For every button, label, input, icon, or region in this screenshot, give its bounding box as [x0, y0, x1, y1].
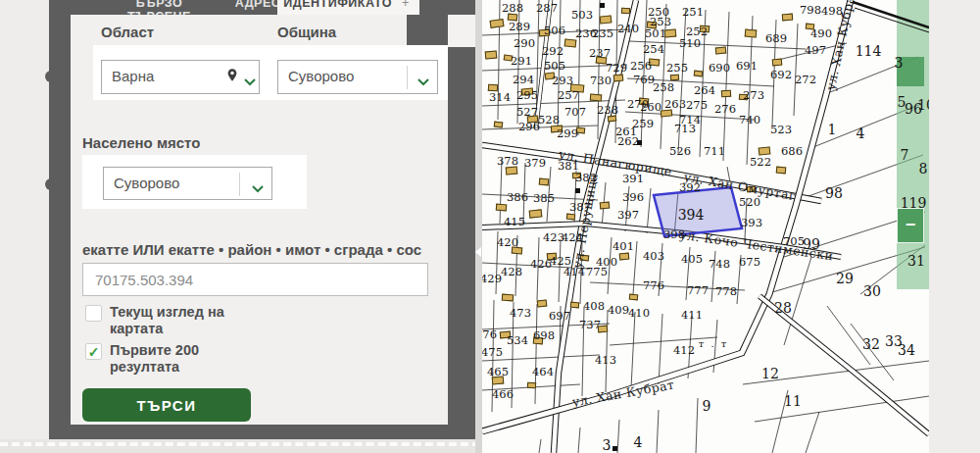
parcel-label: 690 [709, 61, 730, 75]
parcel-label: 476 [482, 327, 497, 341]
map-annotation: т . т [699, 338, 729, 349]
building-footprint [494, 122, 504, 128]
dashed-divider [0, 442, 480, 446]
parcel-label: 240 [617, 22, 639, 35]
zoom-out-button[interactable]: − [897, 208, 924, 243]
parcel-label: 778 [715, 284, 737, 298]
parcel-label: 409 [608, 303, 629, 317]
region-select[interactable]: Варна [101, 60, 260, 94]
parcel-label: 258 [653, 80, 674, 94]
parcel-label: 386 [507, 190, 528, 204]
checkbox-first-200[interactable]: ✓ [85, 343, 102, 360]
parcel-label: 403 [643, 249, 664, 263]
search-button[interactable]: ТЪРСИ [82, 388, 251, 422]
parcel-label: 10 [917, 97, 929, 113]
checkmark-icon: ✓ [88, 344, 100, 360]
parcel-label: 289 [509, 20, 530, 33]
parcel-label: 429 [482, 272, 502, 285]
parcel-label: 776 [643, 278, 664, 292]
parcel-label: 464 [532, 365, 554, 378]
parcel-label: 262 [617, 134, 639, 148]
parcel-label: 34 [898, 342, 915, 358]
parcel-label: 251 [682, 5, 704, 19]
parcel-label: 4 [634, 434, 643, 450]
building-footprint [621, 8, 630, 15]
parcel-label: 287 [536, 1, 558, 15]
parcel-label: 497 [805, 43, 826, 57]
chevron-down-icon [244, 73, 256, 89]
tab-add[interactable]: + [392, 0, 419, 15]
parcel-label: 272 [795, 73, 816, 86]
parcel-label: 273 [743, 88, 764, 102]
tab-quick-search[interactable]: БЪРЗО ТЪРСЕНЕ [103, 0, 216, 15]
parcel-label: 730 [590, 74, 612, 87]
parcel-label: 255 [666, 61, 688, 75]
building-footprint [566, 214, 575, 221]
cadastral-map[interactable]: 2882875032502532512522895062362352405012… [482, 0, 929, 453]
tab-identifier[interactable]: ИДЕНТИФИКАТОР [277, 0, 407, 15]
parcel-label: 237 [589, 46, 611, 60]
parcel-label: 490 [810, 26, 832, 40]
checkbox-current-view[interactable] [85, 305, 102, 322]
parcel-label: 527 [516, 105, 538, 119]
building-footprint [613, 75, 624, 82]
parcel-label: 465 [487, 365, 509, 378]
chevron-down-icon [417, 73, 429, 89]
parcel-label: 238 [597, 103, 618, 117]
parcel-label: 295 [516, 88, 538, 102]
panel-handle-top [45, 71, 53, 82]
parcel-label: 3 [895, 55, 904, 71]
parcel-label: 798 [800, 3, 821, 17]
building-footprint [539, 178, 550, 186]
parcel-label: 294 [513, 73, 534, 86]
collapse-panel-arrow-icon[interactable] [475, 247, 481, 257]
parcel-label: 466 [492, 387, 514, 401]
settlement-label: Населено място [82, 134, 200, 151]
municipality-select-value: Суворово [288, 68, 354, 84]
parcel-label: 748 [709, 257, 730, 271]
search-tabbar: БЪРЗО ТЪРСЕНЕ АДРЕС ИДЕНТИФИКАТОР + [49, 0, 475, 15]
building-footprint [782, 14, 793, 22]
parcel-label: 415 [504, 215, 525, 228]
parcel-label: 32 [862, 336, 880, 352]
parcel-label: 3 [603, 437, 612, 453]
parcel-label: 296 [518, 120, 540, 133]
select-divider [239, 173, 240, 196]
building-footprint [715, 47, 727, 55]
parcel-label: 737 [579, 318, 601, 331]
parcel-label: 254 [643, 42, 664, 56]
parcel-label: 503 [571, 8, 593, 22]
building-footprint [694, 71, 704, 77]
chevron-down-icon [252, 179, 264, 196]
parcel-label: 385 [533, 191, 555, 205]
parcel-label: 520 [739, 195, 760, 209]
parcel-label: 505 [544, 59, 565, 73]
building-footprint [629, 294, 638, 301]
building-footprint [721, 90, 731, 98]
parcel-label: 691 [736, 59, 758, 73]
parcel-label: 276 [714, 102, 736, 116]
settlement-select[interactable]: Суворово [103, 167, 272, 200]
parcel-label: 707 [564, 105, 586, 119]
panel-corner [448, 13, 475, 47]
parcel-label: 412 [673, 343, 695, 357]
settlement-select-value: Суворово [114, 175, 179, 191]
parcel-label: 31 [907, 253, 925, 269]
parcel-label: 12 [761, 366, 779, 381]
parcel-label: 675 [739, 255, 760, 269]
building-footprint [772, 59, 783, 67]
building-footprint [485, 50, 498, 59]
municipality-select[interactable]: Суворово [277, 60, 438, 94]
parcel-label: 711 [704, 144, 725, 158]
municipality-label: Община [277, 24, 336, 40]
parcel-label: 698 [533, 328, 555, 342]
parcel-label: 28 [774, 300, 792, 316]
identifier-input[interactable] [82, 263, 428, 296]
parcel-label: 410 [628, 306, 650, 320]
parcel-label: 257 [558, 88, 579, 102]
parcel-label: 299 [557, 126, 578, 140]
parcel-label: 275 [686, 98, 708, 112]
parcel-label: 396 [622, 190, 644, 204]
parcel-label: 98 [825, 185, 843, 201]
region-select-value: Варна [112, 68, 154, 84]
